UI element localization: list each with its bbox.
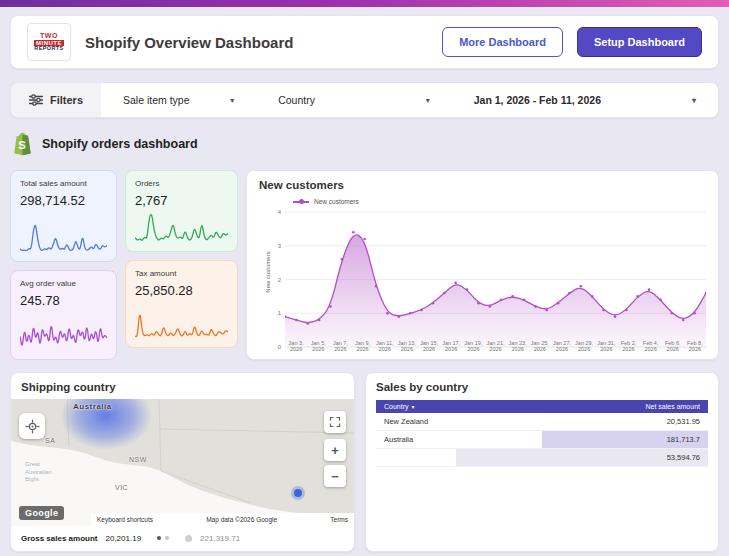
y-axis-ticks: 01234 [271,209,281,337]
chevron-down-icon: ▾ [692,96,696,105]
avg-order-value-sparkline [20,319,107,351]
map-attribution-bar: Keyboard shortcuts Map data ©2026 Google… [91,513,354,526]
header-buttons: More Dashboard Setup Dashboard [442,27,702,57]
tax-amount-sparkline [135,307,228,339]
sales-by-country-title: Sales by country [376,381,708,393]
date-range-label: Jan 1, 2026 - Feb 11, 2026 [474,94,601,106]
map-data-text: Map data ©2026 Google [206,516,277,523]
two-minute-reports-logo: TWO MINUTE REPORTS [27,23,71,61]
legend-line-dot-icon [293,201,309,203]
row-value: 20,531.95 [667,417,700,426]
crosshair-icon [25,419,40,434]
fullscreen-icon [329,416,341,428]
country-header-label: Country [384,403,409,410]
kpi-column-2: Orders 2,767 Tax amount 25,850.28 [125,170,238,360]
kpi-column-1: Total sales amount 298,714.52 Avg order … [10,170,117,360]
carousel-dot-2[interactable] [165,536,169,540]
sales-by-country-card: Sales by country Country▾ Net sales amou… [365,372,719,552]
chart-title: New customers [259,179,706,191]
kpi-value: 298,714.52 [20,193,107,208]
y-axis: New customers 01234 [259,209,285,337]
table-row: 53,594.76 [376,449,708,467]
map-label-nsw: NSW [129,456,147,463]
chart-body: New customers 01234 [259,209,706,337]
country-dropdown[interactable]: Country ▾ [256,94,452,106]
bottom-row: Shipping country Australia SA NSW VIC Gr [10,372,719,552]
kpi-value: 245.78 [20,293,107,308]
plus-icon: + [331,443,339,458]
kpi-card-avg-order-value: Avg order value 245.78 [10,270,117,360]
chevron-down-icon: ▾ [230,96,234,105]
gross-sales-value: 20,201.19 [105,534,141,543]
my-location-button[interactable] [19,413,45,439]
more-dashboard-button[interactable]: More Dashboard [442,27,563,57]
minus-icon: − [331,469,339,484]
app-header: TWO MINUTE REPORTS Shopify Overview Dash… [10,15,719,69]
dashboard-page: TWO MINUTE REPORTS Shopify Overview Dash… [0,0,729,556]
orders-sparkline [135,211,228,243]
country-column-header[interactable]: Country▾ [384,403,415,410]
logo-line3: REPORTS [34,46,63,52]
top-gradient-bar [0,0,729,7]
heatmap-dot [294,489,302,497]
new-customers-plot [285,209,706,337]
row-country: Australia [384,435,413,444]
logo-line1: TWO [40,32,58,39]
filters-label: Filters [50,94,83,106]
kpi-label: Avg order value [20,279,107,288]
map-label-great-australian-bight: Great Australian Bight [25,461,52,484]
chevron-down-icon: ▾ [426,96,430,105]
new-customers-card: New customers New customers New customer… [246,170,719,360]
filter-bar: Filters Sale item type ▾ Country ▾ Jan 1… [10,82,719,118]
page-title: Shopify Overview Dashboard [85,34,293,51]
sale-item-type-dropdown[interactable]: Sale item type ▾ [101,94,256,106]
chart-legend: New customers [293,198,706,205]
sort-caret-icon: ▾ [412,404,415,410]
keyboard-shortcuts-link[interactable]: Keyboard shortcuts [97,516,153,523]
fullscreen-button[interactable] [324,411,346,433]
kpi-label: Orders [135,179,228,188]
row-value: 181,713.7 [667,435,700,444]
kpi-value: 2,767 [135,193,228,208]
setup-dashboard-button[interactable]: Setup Dashboard [577,27,702,57]
map-label-sa: SA [45,437,55,444]
shipping-country-card: Shipping country Australia SA NSW VIC Gr [10,372,355,552]
sale-item-type-label: Sale item type [123,94,190,106]
zoom-in-button[interactable]: + [324,439,346,461]
shipping-country-map[interactable]: Australia SA NSW VIC Great Australian Bi… [11,399,354,526]
kpi-value: 25,850.28 [135,283,228,298]
secondary-value: 221,319.71 [200,534,240,543]
date-range-dropdown[interactable]: Jan 1, 2026 - Feb 11, 2026 ▾ [452,94,718,106]
terms-link[interactable]: Terms [330,516,348,523]
carousel-dot-1[interactable] [157,536,161,540]
kpi-card-total-sales: Total sales amount 298,714.52 [10,170,117,262]
net-sales-column-header[interactable]: Net sales amount [646,403,700,410]
legend-label: New customers [314,198,359,205]
table-row: New Zealand 20,531.95 [376,413,708,431]
map-label-australia: Australia [73,402,112,411]
row-country: New Zealand [384,417,428,426]
filters-button[interactable]: Filters [11,83,101,117]
map-label-vic: VIC [115,484,128,491]
sliders-icon [29,94,43,106]
kpi-label: Tax amount [135,269,228,278]
kpi-card-tax-amount: Tax amount 25,850.28 [125,260,238,348]
country-label: Country [278,94,315,106]
x-axis-labels: Jan 3, 2026Jan 5, 2026Jan 7, 2026Jan 9, … [285,340,706,353]
main-grid: Total sales amount 298,714.52 Avg order … [10,170,719,360]
table-header-row: Country▾ Net sales amount [376,400,708,413]
bullet-icon [185,535,192,542]
row-value: 53,594.76 [667,453,700,462]
gross-sales-row: Gross sales amount 20,201.19 221,319.71 [11,526,354,551]
kpi-card-orders: Orders 2,767 [125,170,238,252]
shipping-country-title: Shipping country [11,381,354,393]
zoom-out-button[interactable]: − [324,465,346,487]
section-title: Shopify orders dashboard [42,137,198,151]
kpi-label: Total sales amount [20,179,107,188]
svg-text:S: S [18,139,26,151]
section-header: S Shopify orders dashboard [12,130,717,158]
table-row: Australia 181,713.7 [376,431,708,449]
google-logo[interactable]: Google [19,506,64,520]
carousel-dots [157,536,169,540]
total-sales-sparkline [20,221,107,253]
